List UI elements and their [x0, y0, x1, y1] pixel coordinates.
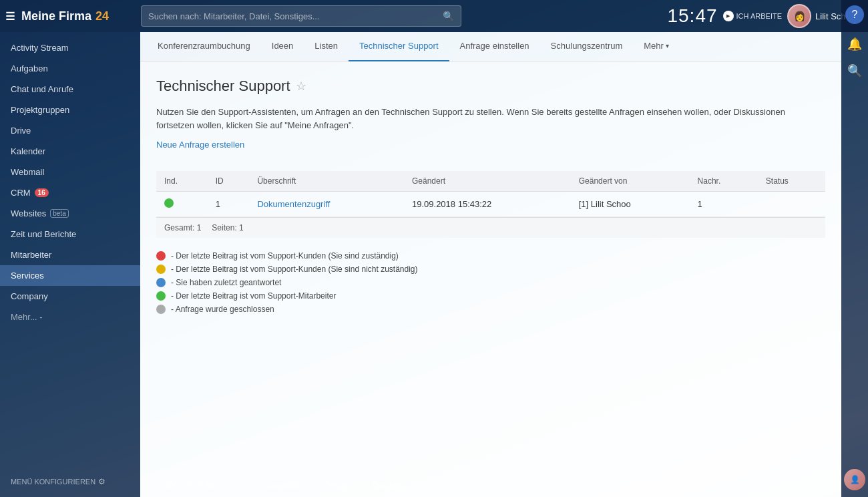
table-row[interactable]: 1 Dokumentenzugriff 19.09.2018 15:43:22 … [156, 192, 825, 217]
footer-copyright: © 2001-2018 Bitrix, Inc. [156, 481, 240, 490]
legend: - Der letzte Beitrag ist vom Support-Kun… [156, 251, 825, 314]
sidebar-item-websites[interactable]: Websites beta [0, 203, 140, 224]
footer-sep-2: | [311, 481, 313, 490]
sidebar-item-kalender[interactable]: Kalender [0, 141, 140, 162]
page-title: Technischer Support ☆ [156, 77, 825, 95]
sidebar-item-webmail[interactable]: Webmail [0, 162, 140, 182]
sidebar-item-mitarbeiter[interactable]: Mitarbeiter [0, 244, 140, 265]
work-status-label: ICH ARBEITE [736, 12, 782, 20]
search-icon[interactable]: 🔍 [843, 59, 867, 83]
tab-mehr[interactable]: Mehr ▾ [633, 32, 680, 61]
legend-label-green: - Der letzte Beitrag ist vom Support-Mit… [171, 291, 336, 301]
legend-label-gray: - Anfrage wurde geschlossen [171, 305, 274, 314]
sidebar-item-label: Mehr... - [11, 312, 43, 322]
sidebar-item-company[interactable]: Company [0, 286, 140, 307]
sidebar-item-services[interactable]: Services [0, 265, 140, 286]
sidebar-item-aufgaben[interactable]: Aufgaben [0, 58, 140, 79]
sidebar-item-projektgruppen[interactable]: Projektgruppen [0, 100, 140, 120]
sidebar-item-label: Projektgruppen [11, 105, 69, 115]
configure-label: MENÜ KONFIGURIEREN [11, 478, 95, 486]
logo: ☰ Meine Firma 24 [5, 9, 136, 23]
sidebar-item-activity[interactable]: Activity Stream [0, 37, 140, 58]
sidebar-item-crm[interactable]: CRM 16 [0, 182, 140, 203]
work-status[interactable]: ICH ARBEITE [723, 11, 782, 21]
page-count: Seiten: 1 [212, 223, 243, 232]
tab-schulung[interactable]: Schulungszentrum [540, 32, 634, 61]
sidebar-item-label: Activity Stream [11, 43, 69, 53]
hamburger-menu[interactable]: ☰ [5, 10, 15, 23]
main-area: Konferenzraumbuchung Ideen Listen Techni… [140, 32, 841, 497]
logo-text: Meine Firma [21, 9, 91, 23]
cell-messages: 1 [690, 192, 758, 217]
sidebar-item-zeit[interactable]: Zeit und Berichte [0, 224, 140, 244]
total-count: Gesamt: 1 [164, 223, 201, 232]
search-submit-icon[interactable]: 🔍 [443, 11, 454, 21]
sidebar-item-label: Company [11, 291, 48, 301]
footer-sep-1: | [251, 481, 253, 490]
legend-label-yellow: - Der letzte Beitrag ist vom Support-Kun… [171, 265, 418, 274]
requests-table-container: Ind. ID Überschrift Geändert Geändert vo… [156, 171, 825, 238]
sidebar-item-drive[interactable]: Drive [0, 120, 140, 141]
favorite-star-icon[interactable]: ☆ [296, 79, 306, 94]
table-footer: Gesamt: 1 Seiten: 1 [156, 217, 825, 238]
cell-ind [156, 192, 208, 217]
sidebar-item-label: Webmail [11, 167, 44, 177]
cell-changed-by: [1] Lilit Schoo [571, 192, 690, 217]
sidebar-item-mehr[interactable]: Mehr... - [0, 307, 140, 327]
right-sidebar-avatar[interactable]: 👤 [844, 469, 865, 490]
col-status: Status [758, 171, 825, 192]
cell-id: 1 [208, 192, 250, 217]
sidebar-item-label: Services [11, 271, 44, 281]
footer-link-drucken[interactable]: Drucken [373, 481, 403, 490]
sidebar-item-label: Aufgaben [11, 63, 48, 73]
sidebar-item-label: Chat und Anrufe [11, 84, 73, 94]
description-text: Nutzen Sie den Support-Assistenten, um A… [156, 106, 811, 132]
legend-item-red: - Der letzte Beitrag ist vom Support-Kun… [156, 251, 825, 261]
cell-status [758, 192, 825, 217]
legend-dot-gray [156, 305, 166, 314]
tab-technischer-support[interactable]: Technischer Support [349, 32, 449, 61]
sidebar-item-label: Kalender [11, 146, 45, 156]
avatar: 👩 [787, 4, 811, 28]
search-input[interactable] [148, 11, 443, 21]
crm-badge: 16 [35, 188, 49, 197]
tab-anfrage[interactable]: Anfrage einstellen [449, 32, 540, 61]
header: ☰ Meine Firma 24 🔍 15:47 ICH ARBEITE 👩 L… [0, 0, 868, 32]
col-changed-by: Geändert von [571, 171, 690, 192]
sidebar-item-chat[interactable]: Chat und Anrufe [0, 79, 140, 100]
tab-ideen[interactable]: Ideen [261, 32, 304, 61]
col-messages: Nachr. [690, 171, 758, 192]
current-time: 15:47 [667, 5, 717, 27]
legend-dot-yellow [156, 265, 166, 274]
request-title-link[interactable]: Dokumentenzugriff [257, 199, 330, 209]
menu-configure[interactable]: MENÜ KONFIGURIEREN ⚙ [0, 472, 140, 492]
legend-label-red: - Der letzte Beitrag ist vom Support-Kun… [171, 251, 399, 261]
col-ind: Ind. [156, 171, 208, 192]
tab-konferenz[interactable]: Konferenzraumbuchung [147, 32, 261, 61]
logo-number: 24 [95, 9, 109, 23]
footer-sep-3: | [360, 481, 362, 490]
legend-dot-red [156, 251, 166, 261]
footer-link-design[interactable]: Design [324, 481, 349, 490]
sidebar: Activity Stream Aufgaben Chat und Anrufe… [0, 32, 140, 497]
footer-link-support[interactable]: Support24 [264, 481, 300, 490]
sidebar-item-label: CRM [11, 188, 31, 198]
search-bar[interactable]: 🔍 [141, 5, 461, 27]
right-sidebar: ? 🔔 🔍 👤 [841, 0, 868, 497]
tab-listen[interactable]: Listen [304, 32, 349, 61]
legend-label-blue: - Sie haben zuletzt geantwortet [171, 278, 281, 287]
col-id: ID [208, 171, 250, 192]
legend-item-blue: - Sie haben zuletzt geantwortet [156, 278, 825, 287]
indicator-dot [164, 198, 174, 208]
work-status-icon [723, 11, 734, 21]
help-icon[interactable]: ? [845, 5, 864, 24]
bell-icon[interactable]: 🔔 [843, 32, 867, 56]
legend-dot-blue [156, 278, 166, 287]
sidebar-item-label: Drive [11, 126, 31, 136]
legend-item-yellow: - Der letzte Beitrag ist vom Support-Kun… [156, 265, 825, 274]
cell-title[interactable]: Dokumentenzugriff [249, 192, 404, 217]
sidebar-item-label: Websites [11, 208, 46, 218]
new-request-link[interactable]: Neue Anfrage erstellen [156, 140, 244, 150]
legend-dot-green [156, 291, 166, 301]
gear-icon: ⚙ [98, 477, 105, 486]
